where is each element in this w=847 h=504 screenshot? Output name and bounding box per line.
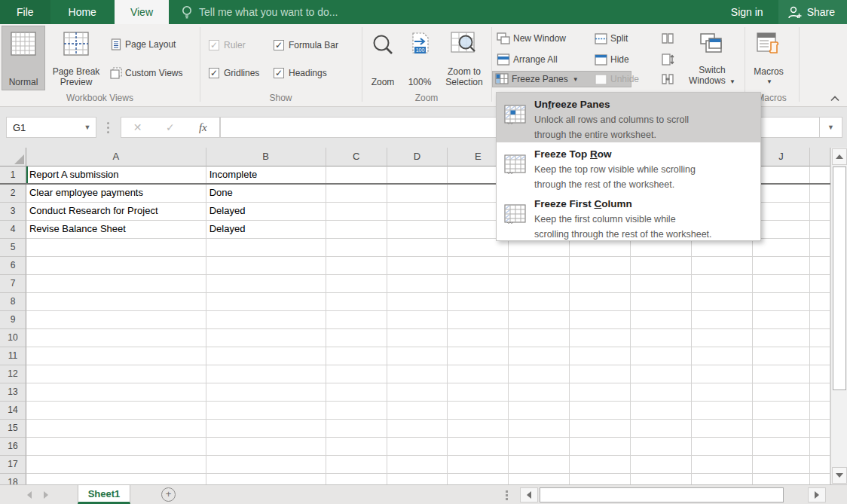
cell-K15[interactable] <box>810 420 830 438</box>
cell-J11[interactable] <box>753 347 810 365</box>
cell-D7[interactable] <box>387 275 448 293</box>
cell-A15[interactable] <box>26 420 206 438</box>
cell-B12[interactable] <box>206 365 326 383</box>
cell-I17[interactable] <box>692 456 753 474</box>
cell-F16[interactable] <box>509 438 570 456</box>
cell-J4[interactable] <box>753 221 810 239</box>
cell-K5[interactable] <box>810 239 830 257</box>
macros-button[interactable]: Macros ▼ <box>748 26 790 90</box>
cell-A2[interactable]: Clear employee payments <box>26 185 206 203</box>
row-header-13[interactable]: 13 <box>0 383 26 402</box>
tab-scrollbar-splitter[interactable] <box>503 488 509 502</box>
cell-C10[interactable] <box>326 329 387 347</box>
cell-C18[interactable] <box>326 474 387 484</box>
cell-B1[interactable]: Incomplete <box>206 166 326 185</box>
cell-J5[interactable] <box>753 239 810 257</box>
cell-J6[interactable] <box>753 257 810 275</box>
new-sheet-button[interactable]: + <box>161 487 176 502</box>
cell-H10[interactable] <box>631 329 692 347</box>
cell-D15[interactable] <box>387 420 448 438</box>
cell-E14[interactable] <box>448 402 509 420</box>
cell-J1[interactable] <box>753 166 810 185</box>
cell-D5[interactable] <box>387 239 448 257</box>
select-all-corner[interactable] <box>0 148 26 166</box>
row-header-16[interactable]: 16 <box>0 438 26 456</box>
cell-D1[interactable] <box>387 166 448 185</box>
cell-J14[interactable] <box>753 402 810 420</box>
cell-A5[interactable] <box>26 239 206 257</box>
cell-E15[interactable] <box>448 420 509 438</box>
view-side-by-side-button[interactable] <box>659 30 677 47</box>
cell-G11[interactable] <box>570 347 631 365</box>
zoom-100-button[interactable]: 100 100% <box>402 26 437 90</box>
scroll-right-button[interactable] <box>808 487 826 502</box>
cell-J12[interactable] <box>753 365 810 383</box>
cell-J2[interactable] <box>753 185 810 203</box>
cell-H12[interactable] <box>631 365 692 383</box>
cell-H8[interactable] <box>631 293 692 311</box>
cell-C2[interactable] <box>326 185 387 203</box>
cell-D17[interactable] <box>387 456 448 474</box>
cell-B6[interactable] <box>206 257 326 275</box>
cell-K7[interactable] <box>810 275 830 293</box>
cell-C6[interactable] <box>326 257 387 275</box>
row-header-3[interactable]: 3 <box>0 203 26 221</box>
cell-I16[interactable] <box>692 438 753 456</box>
custom-views-button[interactable]: Custom Views <box>108 65 185 81</box>
cell-B13[interactable] <box>206 383 326 402</box>
row-header-12[interactable]: 12 <box>0 365 26 383</box>
cell-H11[interactable] <box>631 347 692 365</box>
scroll-down-button[interactable] <box>832 467 847 484</box>
cell-D8[interactable] <box>387 293 448 311</box>
cell-D3[interactable] <box>387 203 448 221</box>
cell-F10[interactable] <box>509 329 570 347</box>
cell-F18[interactable] <box>509 474 570 484</box>
name-box-caret-icon[interactable]: ▼ <box>79 118 96 137</box>
cell-F8[interactable] <box>509 293 570 311</box>
sheet-tab-sheet1[interactable]: Sheet1 <box>78 485 130 504</box>
cell-B5[interactable] <box>206 239 326 257</box>
cell-J3[interactable] <box>753 203 810 221</box>
cell-B7[interactable] <box>206 275 326 293</box>
cell-D14[interactable] <box>387 402 448 420</box>
cell-E17[interactable] <box>448 456 509 474</box>
cell-E18[interactable] <box>448 474 509 484</box>
cell-I8[interactable] <box>692 293 753 311</box>
cell-D2[interactable] <box>387 185 448 203</box>
expand-formula-bar-button[interactable]: ▼ <box>820 117 842 138</box>
cell-K14[interactable] <box>810 402 830 420</box>
insert-function-icon[interactable]: fx <box>191 121 214 134</box>
cell-A7[interactable] <box>26 275 206 293</box>
horizontal-scrollbar-thumb[interactable] <box>540 487 784 502</box>
cell-K1[interactable] <box>810 166 830 185</box>
arrange-all-button[interactable]: Arrange All <box>494 51 560 68</box>
cell-D4[interactable] <box>387 221 448 239</box>
cell-H14[interactable] <box>631 402 692 420</box>
cell-A11[interactable] <box>26 347 206 365</box>
row-header-6[interactable]: 6 <box>0 257 26 275</box>
row-header-17[interactable]: 17 <box>0 456 26 474</box>
cell-C14[interactable] <box>326 402 387 420</box>
scroll-up-button[interactable] <box>832 148 847 165</box>
cell-J9[interactable] <box>753 311 810 329</box>
cell-G13[interactable] <box>570 383 631 402</box>
formula-bar-checkbox[interactable]: ✓ Formula Bar <box>274 39 338 51</box>
column-header-A[interactable]: A <box>26 148 206 166</box>
cell-B18[interactable] <box>206 474 326 484</box>
cell-E16[interactable] <box>448 438 509 456</box>
cell-E11[interactable] <box>448 347 509 365</box>
cell-I9[interactable] <box>692 311 753 329</box>
cell-G7[interactable] <box>570 275 631 293</box>
cell-D6[interactable] <box>387 257 448 275</box>
cell-C11[interactable] <box>326 347 387 365</box>
cell-A12[interactable] <box>26 365 206 383</box>
cell-H7[interactable] <box>631 275 692 293</box>
cell-I18[interactable] <box>692 474 753 484</box>
column-header-C[interactable]: C <box>326 148 387 166</box>
formula-bar-dots-separator[interactable] <box>104 117 112 138</box>
page-layout-button[interactable]: Page Layout <box>108 36 178 53</box>
cell-J18[interactable] <box>753 474 810 484</box>
cell-I7[interactable] <box>692 275 753 293</box>
row-header-8[interactable]: 8 <box>0 293 26 311</box>
cell-F13[interactable] <box>509 383 570 402</box>
